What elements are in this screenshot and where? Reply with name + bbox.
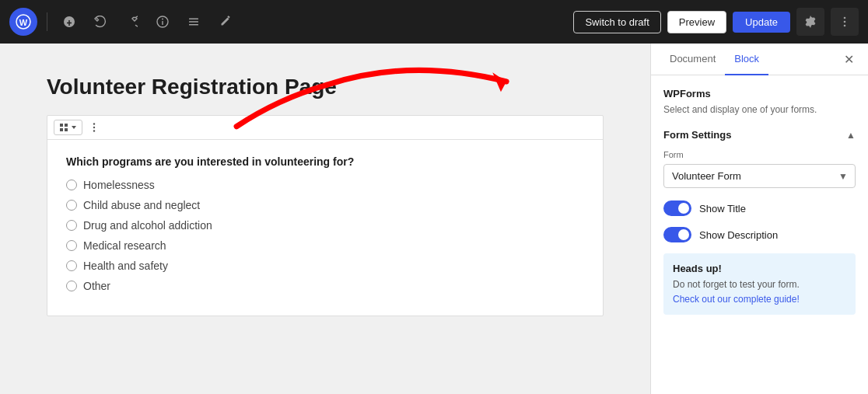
svg-rect-7: [189, 24, 198, 26]
info-button[interactable]: [150, 9, 175, 34]
sidebar-tabs: Document Block ✕: [651, 44, 868, 75]
sidebar: Document Block ✕ WPForms Select and disp…: [650, 44, 868, 394]
radio-icon: [66, 240, 77, 251]
show-title-toggle[interactable]: [663, 200, 691, 216]
radio-icon: [66, 281, 77, 291]
svg-rect-3: [162, 21, 163, 25]
form-option-label: Other: [83, 280, 110, 292]
svg-rect-14: [60, 128, 63, 131]
tab-block[interactable]: Block: [725, 44, 768, 75]
svg-rect-12: [60, 124, 63, 127]
form-field-label: Form: [663, 150, 856, 159]
page-title: Volunteer Registration Page: [47, 75, 604, 99]
show-description-row: Show Description: [663, 227, 856, 242]
form-option-item: Drug and alcohol addiction: [66, 219, 584, 232]
heads-up-box: Heads up! Do not forget to test your for…: [663, 253, 856, 315]
show-title-row: Show Title: [663, 200, 856, 216]
heads-up-link[interactable]: Check out our complete guide!: [673, 294, 800, 305]
show-description-label: Show Description: [699, 229, 778, 241]
form-option-item: Health and safety: [66, 260, 584, 272]
svg-rect-15: [65, 128, 68, 131]
switch-to-draft-button[interactable]: Switch to draft: [573, 11, 660, 33]
svg-rect-5: [189, 19, 198, 20]
form-settings-chevron-icon[interactable]: ▲: [846, 130, 856, 141]
block-type-button[interactable]: [54, 120, 82, 135]
svg-text:W: W: [19, 18, 28, 27]
radio-icon: [66, 260, 77, 271]
form-block: Which programs are you interested in vol…: [47, 115, 604, 316]
form-option-item: Homelessness: [66, 179, 584, 191]
preview-button[interactable]: Preview: [667, 11, 726, 33]
svg-point-18: [93, 130, 95, 131]
form-settings-section-header: Form Settings ▲: [663, 129, 856, 141]
block-more-options-button[interactable]: [86, 119, 103, 136]
redo-button[interactable]: [119, 9, 144, 34]
svg-rect-6: [189, 21, 198, 23]
radio-icon: [66, 220, 77, 231]
block-description: Select and display one of your forms.: [663, 103, 856, 117]
update-button[interactable]: Update: [733, 12, 790, 33]
sidebar-body: WPForms Select and display one of your f…: [651, 75, 868, 394]
svg-point-9: [844, 21, 846, 23]
block-toolbar: [47, 116, 603, 140]
more-options-button[interactable]: [831, 8, 859, 36]
toolbar-separator: [47, 12, 47, 31]
list-view-button[interactable]: [181, 9, 206, 34]
main-area: Volunteer Registration Page Which progra…: [0, 44, 868, 394]
form-option-label: Medical research: [83, 239, 166, 252]
editor-area: Volunteer Registration Page Which progra…: [0, 44, 650, 394]
sidebar-close-button[interactable]: ✕: [839, 47, 859, 71]
form-content: Which programs are you interested in vol…: [47, 140, 603, 316]
show-title-label: Show Title: [699, 203, 746, 214]
add-block-button[interactable]: [57, 9, 82, 34]
form-select-wrapper: Volunteer Form ▼: [663, 164, 856, 188]
svg-point-17: [93, 127, 95, 128]
form-question: Which programs are you interested in vol…: [66, 155, 584, 168]
form-option-label: Child abuse and neglect: [83, 199, 200, 211]
form-option-label: Homelessness: [83, 179, 155, 191]
settings-button[interactable]: [796, 8, 824, 36]
form-option-item: Child abuse and neglect: [66, 199, 584, 211]
form-settings-label: Form Settings: [663, 129, 731, 141]
tab-document[interactable]: Document: [660, 44, 725, 75]
toolbar: W Switch to draft Preview Update: [0, 0, 868, 44]
toolbar-right-actions: Switch to draft Preview Update: [573, 8, 859, 36]
svg-point-16: [93, 123, 95, 124]
wp-logo-icon[interactable]: W: [9, 8, 37, 36]
radio-icon: [66, 180, 77, 190]
form-option-item: Other: [66, 280, 584, 292]
show-description-toggle[interactable]: [663, 227, 691, 242]
form-options: HomelessnessChild abuse and neglectDrug …: [66, 179, 584, 292]
svg-point-8: [844, 17, 846, 19]
form-option-label: Health and safety: [83, 260, 168, 272]
heads-up-text: Do not forget to test your form.: [673, 277, 846, 291]
form-option-item: Medical research: [66, 239, 584, 252]
svg-rect-13: [65, 124, 68, 127]
form-select[interactable]: Volunteer Form: [663, 164, 856, 188]
svg-point-4: [162, 19, 163, 20]
heads-up-title: Heads up!: [673, 263, 846, 274]
undo-button[interactable]: [88, 9, 113, 34]
block-name-label: WPForms: [663, 88, 856, 99]
edit-button[interactable]: [212, 9, 237, 34]
form-option-label: Drug and alcohol addiction: [83, 219, 212, 232]
radio-icon: [66, 200, 77, 211]
svg-point-10: [844, 25, 846, 27]
